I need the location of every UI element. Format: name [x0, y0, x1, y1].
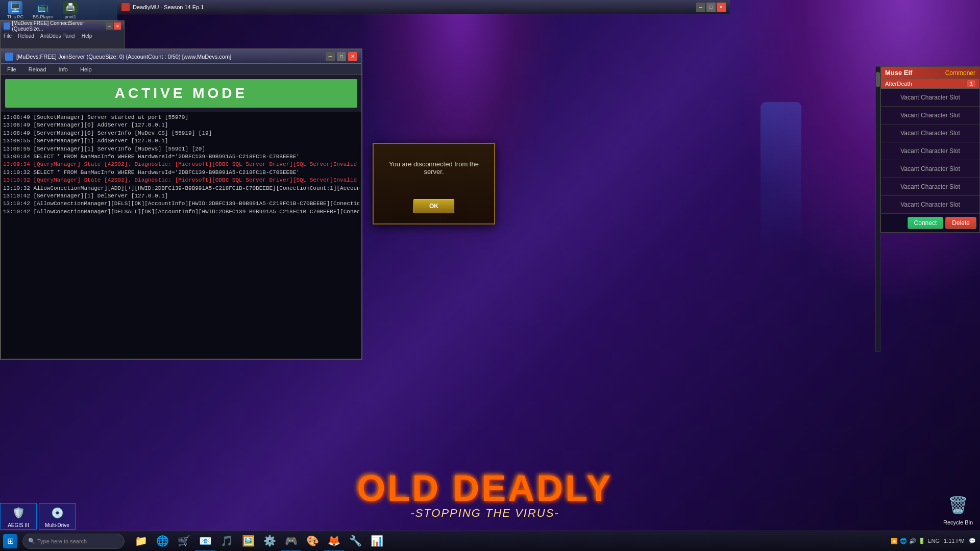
tray-lang[interactable]: ENG [927, 538, 940, 544]
tb-icon-tools[interactable]: 🔧 [345, 531, 365, 552]
character-slot-3[interactable]: Vacant Character Slot [881, 124, 979, 142]
log-line: 13:10:42 [ServerManager][1] DelServer [1… [3, 192, 359, 200]
connect-menu-antiddos[interactable]: AntiDdos Panel [40, 33, 76, 39]
recycle-bin-label: Recycle Bin [943, 519, 973, 525]
tb-icon-ps[interactable]: 🎨 [302, 531, 323, 552]
tb-icon-file-explorer[interactable]: 📁 [131, 531, 151, 552]
character-header: Muse Elf Commoner [881, 67, 979, 79]
log-line: 13:08:49 [ServerManager][0] ServerInfo [… [3, 130, 359, 137]
join-close[interactable]: ✕ [348, 52, 357, 61]
active-mode-text: ACTIVE MODE [11, 85, 351, 102]
bs-player-label: BS.Player [33, 14, 53, 19]
aegis-icon[interactable]: 🛡️ AEGIS III [0, 503, 37, 530]
join-menu-file[interactable]: File [5, 65, 18, 73]
connect-server-titlebar: [MuDevs:FREE] ConnectServer (QueueSize..… [1, 21, 124, 31]
log-line: 13:10:32 AllowConectionManager][ADD][+][… [3, 185, 359, 192]
character-slot-7[interactable]: Vacant Character Slot [881, 196, 979, 214]
log-line: 13:10:42 [AllowConectionManager][DELS][O… [3, 200, 359, 208]
character-class: Commoner [945, 69, 975, 77]
search-icon: 🔍 [28, 538, 35, 544]
join-server-icon [5, 53, 13, 61]
taskbar-clock[interactable]: 1:11 PM [944, 537, 965, 545]
this-pc-label: This PC [7, 14, 23, 19]
log-line: 13:09:34 [QueryManager] State [42S02]. D… [3, 161, 359, 168]
log-area[interactable]: 13:08:49 [SocketManager] Server started … [1, 112, 361, 359]
character-slot-5[interactable]: Vacant Character Slot [881, 160, 979, 178]
connect-min[interactable]: ─ [106, 22, 113, 30]
aegis-img: 🛡️ [10, 505, 27, 521]
recycle-bin-image: 🗑️ [946, 493, 970, 517]
connect-menu-reload[interactable]: Reload [18, 33, 34, 39]
aegis-label: AEGIS III [8, 522, 29, 528]
log-line: 13:08:55 [ServerManager][1] ServerInfo [… [3, 145, 359, 153]
disconnect-dialog: You are disconnected from the server. OK [373, 143, 495, 224]
deadly-mu-icon [121, 3, 130, 11]
character-slot-2[interactable]: Vacant Character Slot [881, 107, 979, 124]
tb-icon-edge[interactable]: 🌐 [152, 531, 173, 552]
join-minimize[interactable]: ─ [326, 52, 335, 61]
connect-server-title: [MuDevs:FREE] ConnectServer (QueueSize..… [12, 20, 106, 32]
connect-close[interactable]: ✕ [114, 22, 121, 30]
deadly-mu-close[interactable]: ✕ [717, 3, 726, 12]
deadly-mu-controls[interactable]: ─ □ ✕ [696, 3, 726, 12]
join-menu-info[interactable]: Info [57, 65, 70, 73]
join-maximize[interactable]: □ [337, 52, 346, 61]
character-name: Muse Elf [885, 69, 912, 77]
taskbar-this-pc[interactable]: 🖥️ This PC [2, 1, 29, 19]
tb-icon-store[interactable]: 🛒 [174, 531, 194, 552]
taskbar-print1[interactable]: 🖨️ print1 [57, 1, 84, 19]
tb-icon-game[interactable]: 🎮 [281, 531, 301, 552]
tb-icon-app1[interactable]: 📧 [195, 531, 215, 552]
tray-battery: 🔋 [918, 538, 925, 544]
bs-player-icon: 📺 [36, 1, 50, 14]
print1-icon: 🖨️ [63, 1, 78, 14]
delete-button[interactable]: Delete [945, 217, 976, 229]
tb-icon-app4[interactable]: ⚙️ [259, 531, 280, 552]
banner-subtitle: -STOPPING THE VIRUS- [410, 507, 559, 520]
character-slot-1[interactable]: Vacant Character Slot [881, 89, 979, 107]
banner-title: OLD DEADLY [357, 470, 612, 507]
character-slot-4[interactable]: Vacant Character Slot [881, 142, 979, 160]
taskbar-search[interactable]: 🔍 Type here to search [22, 534, 125, 549]
bottom-desktop-icons: 🛡️ AEGIS III 💿 Multi-Drive [0, 503, 76, 530]
tb-icon-app2[interactable]: 🎵 [216, 531, 237, 552]
connect-menu-file[interactable]: File [4, 33, 12, 39]
log-line: 13:10:32 [QueryManager] State [42S02]. D… [3, 177, 359, 184]
print1-label: print1 [65, 14, 77, 19]
log-line: 13:10:42 [AllowConectionManager][DELSALL… [3, 208, 359, 216]
tray-notification[interactable]: 💬 [969, 538, 976, 544]
scrollbar[interactable] [875, 66, 880, 352]
deadly-mu-maximize[interactable]: □ [706, 3, 716, 12]
windows-logo: ⊞ [3, 534, 17, 548]
tray-arrow[interactable]: 🔼 [891, 538, 898, 544]
game-banner: OLD DEADLY -STOPPING THE VIRUS- [230, 464, 740, 525]
join-menu-help[interactable]: Help [78, 65, 94, 73]
tb-icon-browser[interactable]: 🦊 [324, 531, 344, 552]
deadly-mu-title: DeadlyMU - Season 14 Ep.1 [133, 4, 204, 10]
taskbar-bs-player[interactable]: 📺 BS.Player [30, 1, 56, 19]
connect-menu-help[interactable]: Help [82, 33, 92, 39]
recycle-bin-icon[interactable]: 🗑️ Recycle Bin [940, 493, 976, 525]
join-server-win-controls[interactable]: ─ □ ✕ [326, 52, 357, 61]
start-button[interactable]: ⊞ [0, 531, 20, 552]
log-line: 13:08:49 [SocketManager] Server started … [3, 114, 359, 121]
dialog-ok-button[interactable]: OK [413, 199, 454, 213]
multi-drive-img: 💿 [49, 505, 65, 521]
active-mode-bar: ACTIVE MODE [5, 79, 357, 108]
taskbar-program-icons: 📁 🌐 🛒 📧 🎵 🖼️ ⚙️ 🎮 🎨 🦊 🔧 📊 [131, 531, 387, 552]
tb-icon-extra[interactable]: 📊 [366, 531, 387, 552]
log-line: 13:10:32 SELECT * FROM BanMacInfo WHERE … [3, 169, 359, 177]
connect-server-icon [4, 22, 10, 30]
character-count-badge: 1 [967, 80, 975, 87]
scroll-thumb[interactable] [876, 72, 880, 87]
character-slot-6[interactable]: Vacant Character Slot [881, 178, 979, 196]
connect-button[interactable]: Connect [908, 217, 944, 229]
deadly-mu-minimize[interactable]: ─ [696, 3, 705, 12]
join-menu-reload[interactable]: Reload [27, 65, 48, 73]
waterfall-decoration [761, 102, 801, 255]
connect-server-window: [MuDevs:FREE] ConnectServer (QueueSize..… [0, 20, 125, 50]
multi-drive-icon[interactable]: 💿 Multi-Drive [39, 503, 76, 530]
multi-drive-label: Multi-Drive [45, 522, 69, 528]
tray-volume[interactable]: 🔊 [909, 538, 916, 544]
tb-icon-app3[interactable]: 🖼️ [238, 531, 258, 552]
